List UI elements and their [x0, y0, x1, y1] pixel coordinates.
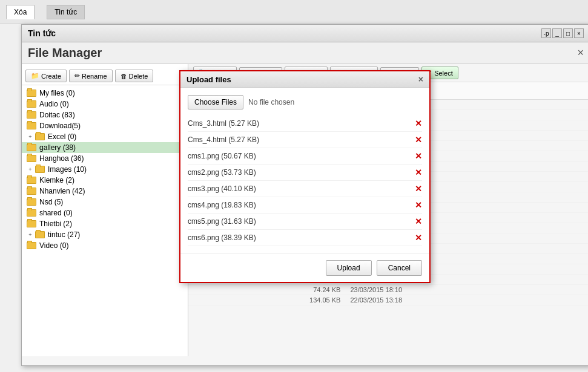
top-bar: Xóa Tin tức: [0, 0, 588, 24]
upload-footer: Upload Cancel: [180, 253, 429, 282]
sidebar-item-images[interactable]: + Images (10): [22, 164, 188, 175]
folder-icon: [27, 90, 36, 97]
upload-file-item: cms4.png (19.83 KB) ✕: [188, 197, 422, 214]
expand-icon[interactable]: +: [27, 133, 34, 140]
upload-file-item: cms5.png (31.63 KB) ✕: [188, 214, 422, 230]
sidebar-item-label: Excel (0): [48, 132, 76, 141]
fm-pin-btn[interactable]: -p: [541, 28, 551, 38]
upload-file-item: Cms_4.html (5.27 KB) ✕: [188, 132, 422, 148]
fm-maximize-btn[interactable]: □: [563, 28, 573, 38]
upload-title-bar: Upload files ×: [180, 71, 429, 88]
remove-file-btn[interactable]: ✕: [415, 119, 422, 128]
folder-icon: [27, 242, 36, 249]
upload-file-name: cms2.png (53.73 KB): [188, 168, 256, 177]
folder-icon: [35, 166, 45, 173]
fm-sidebar: 📁 Create ✏ Rename 🗑 Delete My files (0): [22, 64, 188, 356]
sidebar-item-label: Kiemke (2): [39, 176, 74, 184]
upload-body: Choose Files No file chosen Cms_3.html (…: [180, 88, 429, 253]
table-row[interactable]: 74.24 KB 23/03/2015 18:10: [188, 285, 588, 295]
fm-window-title: Tin tức: [28, 28, 56, 38]
folder-icon: [27, 188, 36, 195]
remove-file-btn[interactable]: ✕: [415, 233, 422, 243]
select-label: Select: [434, 70, 453, 77]
sidebar-toolbar: 📁 Create ✏ Rename 🗑 Delete: [22, 67, 188, 85]
fm-title-controls: -p _ □ ×: [541, 28, 584, 38]
sidebar-item-label: Hanghoa (36): [39, 154, 84, 163]
sidebar-item-label: Video (0): [39, 241, 68, 250]
tab-xoa[interactable]: Xóa: [6, 5, 35, 19]
sidebar-item-nsd[interactable]: Nsd (5): [22, 197, 188, 207]
folder-icon: [27, 177, 36, 184]
fm-minimize-btn[interactable]: _: [552, 28, 562, 38]
sidebar-item-label: Download: [39, 122, 71, 130]
choose-files-btn[interactable]: Choose Files: [188, 95, 243, 109]
sidebar-item-hanghoa[interactable]: Hanghoa (36): [22, 153, 188, 164]
folder-icon: [27, 122, 36, 129]
remove-file-btn[interactable]: ✕: [415, 184, 422, 194]
folder-icon: [27, 198, 36, 206]
file-size: 74.24 KB: [188, 285, 345, 295]
sidebar-item-download[interactable]: Download (5): [22, 120, 188, 131]
upload-file-item: cms3.png (40.10 KB) ✕: [188, 181, 422, 197]
fm-header: File Manager ×: [22, 42, 588, 64]
sidebar-item-label: Nhanvien (42): [39, 187, 85, 195]
delete-label: Delete: [129, 73, 148, 80]
sidebar-item-doitac[interactable]: Doitac (83): [22, 109, 188, 120]
remove-file-btn[interactable]: ✕: [415, 168, 422, 177]
sidebar-item-kiemke[interactable]: Kiemke (2): [22, 175, 188, 186]
expand-icon[interactable]: +: [27, 231, 34, 238]
sidebar-item-video[interactable]: Video (0): [22, 240, 188, 251]
rename-btn[interactable]: ✏ Rename: [69, 70, 113, 82]
sidebar-item-label: gallery (38): [39, 143, 76, 152]
upload-file-name: Cms_3.html (5.27 KB): [188, 119, 259, 128]
create-label: Create: [41, 73, 61, 80]
sidebar-item-label: Nsd (5): [39, 198, 63, 206]
upload-file-name: cms5.png (31.63 KB): [188, 217, 256, 226]
upload-title: Upload files: [187, 75, 231, 84]
fm-title-bar: Tin tức -p _ □ ×: [22, 25, 588, 42]
remove-file-btn[interactable]: ✕: [415, 151, 422, 161]
fm-header-close-btn[interactable]: ×: [577, 47, 584, 59]
folder-icon: [35, 133, 45, 140]
upload-btn[interactable]: Upload: [326, 260, 372, 276]
table-row[interactable]: 134.05 KB 22/03/2015 13:18: [188, 295, 588, 305]
upload-file-name: Cms_4.html (5.27 KB): [188, 135, 259, 144]
sidebar-item-myfiles[interactable]: My files (0): [22, 88, 188, 99]
tab-tintuc[interactable]: Tin tức: [47, 5, 85, 19]
rename-icon: ✏: [74, 72, 80, 80]
sidebar-item-gallery[interactable]: gallery (38): [22, 142, 188, 153]
sidebar-item-excel[interactable]: + Excel (0): [22, 131, 188, 142]
cancel-btn[interactable]: Cancel: [377, 260, 422, 276]
sidebar-item-label: shared (0): [39, 209, 73, 217]
file-date: 23/03/2015 18:10: [345, 285, 588, 295]
file-size: 134.05 KB: [188, 295, 345, 305]
upload-close-btn[interactable]: ×: [418, 74, 423, 84]
upload-file-name: cms1.png (50.67 KB): [188, 152, 256, 160]
remove-file-btn[interactable]: ✕: [415, 135, 422, 145]
file-chooser-row: Choose Files No file chosen: [188, 95, 422, 109]
sidebar-item-tintuc[interactable]: + tintuc (27): [22, 229, 188, 240]
upload-file-item: cms6.png (38.39 KB) ✕: [188, 230, 422, 246]
upload-file-name: cms6.png (38.39 KB): [188, 233, 256, 242]
file-manager-dialog: Tin tức -p _ □ × File Manager × 📁 Create…: [21, 24, 588, 366]
delete-btn[interactable]: 🗑 Delete: [115, 70, 154, 82]
folder-icon: [27, 220, 36, 227]
upload-file-list: Cms_3.html (5.27 KB) ✕ Cms_4.html (5.27 …: [188, 116, 422, 246]
no-file-label: No file chosen: [248, 98, 294, 106]
upload-file-item: cms2.png (53.73 KB) ✕: [188, 165, 422, 181]
expand-icon[interactable]: +: [27, 166, 34, 173]
remove-file-btn[interactable]: ✕: [415, 217, 422, 226]
sidebar-item-audio[interactable]: Audio (0): [22, 99, 188, 109]
sidebar-item-label: tintuc (27): [48, 230, 80, 239]
remove-file-btn[interactable]: ✕: [415, 200, 422, 210]
sidebar-item-label: Thietbi (2): [39, 220, 72, 228]
create-btn[interactable]: 📁 Create: [25, 70, 67, 82]
sidebar-item-shared[interactable]: shared (0): [22, 207, 188, 218]
folder-icon: [35, 231, 45, 238]
folder-icon: [27, 144, 36, 151]
fm-close-btn[interactable]: ×: [574, 28, 584, 38]
sidebar-item-thietbi[interactable]: Thietbi (2): [22, 218, 188, 229]
folder-icon: [27, 111, 36, 119]
sidebar-item-nhanvien[interactable]: Nhanvien (42): [22, 186, 188, 197]
upload-file-name: cms3.png (40.10 KB): [188, 184, 256, 193]
